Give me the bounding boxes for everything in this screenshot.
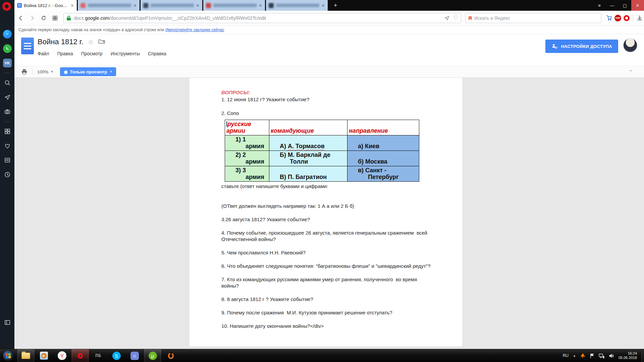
question-1: 1. 12 июня 1812 г? Укажите событие? [221, 96, 436, 103]
share-settings-button[interactable]: НАСТРОЙКИ ДОСТУПА [545, 40, 618, 53]
menu-tools[interactable]: Инструменты [111, 51, 140, 56]
taskbar-origin-button[interactable] [162, 349, 180, 362]
tab-close-icon[interactable]: ✕ [70, 3, 74, 8]
tab-blurred-3[interactable]: ✕ [203, 0, 265, 11]
bookmarks-heart-icon[interactable] [3, 141, 12, 150]
address-bar[interactable]: docs.google.com/document/d/1qwP1mVqmuIm_… [63, 13, 461, 23]
reload-button[interactable] [39, 13, 49, 23]
https-lock-icon[interactable] [66, 15, 71, 21]
taskbar-yandex-browser-button[interactable]: Y [53, 349, 71, 362]
import-bookmarks-link[interactable]: Импортируйте закладки сейчас [165, 27, 224, 32]
sidebar-settings-icon[interactable] [3, 318, 12, 327]
document-page[interactable]: ВОПРОСЫ: 1. 12 июня 1812 г? Укажите собы… [189, 78, 463, 347]
menu-edit[interactable]: Правка [57, 51, 73, 56]
taskbar-utorrent-button[interactable]: µ [144, 349, 162, 362]
chevron-down-icon: ▼ [110, 70, 113, 73]
back-button[interactable] [16, 13, 26, 23]
document-title[interactable]: Война 1812 г. [38, 38, 83, 46]
menu-view[interactable]: Просмотр [81, 51, 103, 56]
star-document-icon[interactable]: ☆ [88, 38, 94, 46]
start-button[interactable] [3, 350, 13, 361]
volume-icon[interactable] [609, 353, 614, 358]
media-player-icon: ▶ [40, 352, 48, 360]
share-button-label: НАСТРОЙКИ ДОСТУПА [561, 44, 612, 49]
user-avatar[interactable] [623, 38, 637, 52]
history-clock-icon[interactable] [3, 170, 12, 179]
whatsapp-icon[interactable] [3, 44, 12, 53]
tab-blurred-1[interactable]: ✕ [78, 0, 140, 11]
document-canvas[interactable]: ВОПРОСЫ: 1. 12 июня 1812 г? Укажите собы… [14, 78, 644, 349]
move-to-drive-icon[interactable] [98, 39, 105, 45]
tab-blurred-2[interactable]: ✕ [141, 0, 202, 11]
snapshot-camera-icon[interactable] [3, 107, 12, 116]
downloads-icon[interactable] [635, 14, 644, 22]
table-row: 1) 1 армия А) А. Тормасов а) Киев [225, 135, 419, 151]
origin-icon [168, 353, 174, 359]
chevron-down-icon: ▼ [50, 70, 53, 73]
speed-dial-grid-icon[interactable] [3, 127, 12, 136]
table-row: 3) 3 армия В) П. Багратион в) Санкт - Пе… [225, 166, 419, 182]
tab-active-google-docs[interactable]: Война 1812 г. - Google До ✕ [14, 0, 77, 11]
taskbar-skype-button[interactable]: S [107, 349, 125, 362]
browser-menu-icon[interactable]: ≡ [593, 0, 606, 11]
menu-file[interactable]: Файл [38, 51, 49, 56]
taskbar-discord-button[interactable]: ☺ [125, 349, 144, 362]
text-cursor [226, 121, 227, 127]
vk-icon[interactable]: VK [3, 58, 12, 68]
after-table-text: ставьте (ответ напишите буквами и цифрам… [221, 183, 436, 189]
search-icon[interactable] [3, 78, 12, 87]
view-mode-button[interactable]: ◉ Только просмотр ▼ [60, 67, 116, 76]
tab-close-icon[interactable]: ✕ [133, 3, 137, 8]
opera-o-glyph [624, 15, 630, 21]
spellcheck-squiggle: А. Тормасов [288, 143, 325, 149]
personal-news-icon[interactable] [3, 156, 12, 165]
opera-menu-logo-icon[interactable] [2, 2, 11, 11]
messenger-icon[interactable] [3, 29, 12, 39]
bookmark-heart-icon[interactable]: ♡ [453, 14, 458, 21]
opera-extension-icon[interactable] [622, 14, 631, 22]
bookmark-hint-text: Сделайте первую закладку, нажав на значо… [18, 27, 164, 32]
opera-sidebar: VK [0, 0, 14, 349]
print-icon[interactable] [21, 69, 28, 75]
avast-tray-icon[interactable] [580, 353, 585, 358]
taskbar-media-player-button[interactable]: ▶ [35, 349, 53, 362]
opera-icon [78, 353, 83, 359]
search-input[interactable] [474, 15, 598, 21]
window-maximize-button[interactable]: ▢ [619, 0, 631, 11]
window-close-button[interactable]: ✕ [631, 0, 644, 11]
question-9: 9. Почему после сражения М.И. Кутузов пр… [221, 309, 436, 316]
cell-direction-1: а) Киев [347, 135, 419, 151]
tab-close-icon[interactable]: ✕ [259, 3, 262, 8]
my-flow-send-icon[interactable] [3, 93, 12, 102]
tab-close-icon[interactable]: ✕ [196, 3, 200, 8]
google-docs-app-icon[interactable] [21, 38, 34, 54]
window-minimize-button[interactable]: — [606, 0, 619, 11]
collapse-toolbar-icon[interactable]: ⌃ [629, 69, 633, 74]
taskbar-explorer-button[interactable] [17, 349, 35, 362]
language-indicator[interactable]: RU [563, 353, 569, 358]
forward-button[interactable] [27, 13, 37, 23]
zoom-select[interactable]: 100% ▼ [37, 69, 53, 74]
menu-help[interactable]: Справка [148, 51, 166, 56]
adblock-plus-extension-icon[interactable]: ABP [613, 14, 622, 22]
yandex-search-box[interactable]: Я [465, 13, 601, 23]
speed-dial-button[interactable] [50, 13, 60, 23]
url-text: docs.google.com/document/d/1qwP1mVqmuIm_… [74, 15, 444, 21]
taskbar-pixel-app-button[interactable]: ПБ [89, 349, 107, 362]
show-desktop-button[interactable] [641, 349, 644, 362]
tab-blurred-4[interactable]: ✕ [266, 0, 328, 11]
tray-clock[interactable]: 16:24 05.06.2018 [619, 351, 637, 360]
share-send-icon[interactable] [444, 15, 450, 21]
new-tab-button[interactable]: + [334, 2, 337, 9]
tab-favicon-blurred [206, 3, 211, 8]
tab-close-icon[interactable]: ✕ [321, 3, 325, 8]
shopping-cart-extension-icon[interactable] [605, 14, 613, 22]
action-center-flag-icon[interactable] [590, 353, 594, 358]
zoom-value: 100% [37, 69, 48, 74]
question-6: 6. Что объединяет следующие понятия: "ба… [221, 263, 436, 269]
network-icon[interactable] [599, 353, 604, 358]
table-row: 2) 2 армия Б) М. Барклай де Толли б) Мос… [225, 151, 419, 166]
hidden-icons-arrow[interactable]: ▲ [573, 354, 576, 357]
taskbar-opera-button[interactable] [71, 349, 89, 362]
question-7: 7. Кто из командующих русскими армиями у… [221, 276, 436, 289]
